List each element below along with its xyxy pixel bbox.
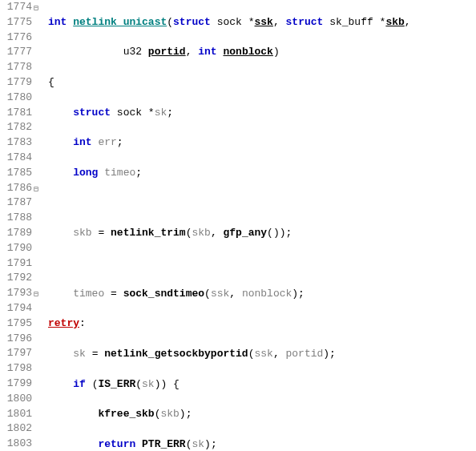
line-number: 1779 (0, 75, 32, 91)
line-number: 1787 (0, 195, 32, 211)
line-number: 1800 (0, 392, 32, 407)
fold-marker (34, 407, 45, 422)
code-line: int err; (48, 135, 476, 151)
call: gfp_any (223, 227, 267, 239)
code-line (48, 256, 476, 272)
line-number: 1783 (0, 135, 32, 151)
variable: nonblock (242, 288, 292, 300)
line-number: 1776 (0, 30, 32, 46)
code-line (48, 196, 476, 211)
variable: sk (73, 348, 86, 360)
keyword: struct (73, 107, 111, 119)
type-name: sock (217, 16, 242, 28)
fold-marker (34, 437, 45, 451)
fold-marker (34, 241, 45, 256)
keyword: struct (173, 16, 211, 28)
keyword: int (48, 16, 67, 28)
line-number: 1790 (0, 241, 32, 256)
line-number: 1785 (0, 166, 32, 181)
line-number: 1777 (0, 45, 32, 60)
code-content: int netlink_unicast(struct sock *ssk, st… (45, 0, 476, 451)
fold-marker (34, 361, 45, 377)
line-number: 1796 (0, 332, 32, 347)
line-number: 1781 (0, 106, 32, 121)
code-line: timeo = sock_sndtimeo(ssk, nonblock); (48, 287, 476, 302)
line-number: 1789 (0, 226, 32, 241)
code-line: if (IS_ERR(sk)) { (48, 377, 476, 393)
call: PTR_ERR (142, 438, 186, 450)
call: netlink_getsockbyportid (104, 348, 248, 360)
line-number: 1780 (0, 91, 32, 106)
param: nonblock (223, 46, 272, 58)
fold-icon[interactable]: ⊟ (34, 185, 38, 194)
fold-marker (34, 377, 45, 392)
param: portid (148, 46, 186, 58)
fold-column: ⊟ ⊟ ⊟ ⌊ (34, 0, 45, 451)
fold-marker[interactable]: ⊟ (34, 286, 45, 301)
fold-marker (34, 195, 45, 211)
line-number: 1782 (0, 120, 32, 135)
code-line: sk = netlink_getsockbyportid(ssk, portid… (48, 347, 476, 362)
fold-marker (34, 211, 45, 226)
call: IS_ERR (98, 378, 135, 390)
variable: portid (286, 348, 324, 360)
fold-marker[interactable]: ⊟ (34, 181, 45, 196)
variable: skb (160, 408, 179, 420)
variable: timeo (73, 288, 104, 300)
line-number: 1786 (0, 181, 32, 196)
variable: err (98, 136, 116, 148)
line-number: 1801 (0, 407, 32, 422)
keyword: return (98, 438, 135, 450)
code-editor: 1774177517761777177817791780178117821783… (0, 0, 476, 451)
line-number: 1784 (0, 151, 32, 166)
line-number: 1799 (0, 377, 32, 392)
fold-marker (34, 60, 45, 75)
line-number-gutter: 1774177517761777177817791780178117821783… (0, 0, 34, 451)
fold-marker (34, 316, 45, 332)
line-number: 1795 (0, 316, 32, 332)
line-number: 1775 (0, 15, 32, 30)
fold-marker (34, 91, 45, 106)
call: sock_sndtimeo (123, 288, 204, 300)
variable: timeo (104, 167, 135, 179)
fold-marker (34, 256, 45, 272)
fold-icon[interactable]: ⊟ (34, 290, 38, 299)
type-name: sock (117, 107, 142, 119)
keyword: int (73, 136, 91, 148)
param: skb (385, 16, 404, 28)
code-line: int netlink_unicast(struct sock *ssk, st… (48, 15, 476, 30)
variable: skb (192, 227, 210, 239)
line-number: 1803 (0, 437, 32, 451)
fold-marker (34, 45, 45, 60)
code-line: skb = netlink_trim(skb, gfp_any()); (48, 226, 476, 241)
fold-marker (34, 301, 45, 316)
code-line: struct sock *sk; (48, 106, 476, 121)
fold-marker (34, 271, 45, 286)
fold-marker (34, 135, 45, 151)
call: kfree_skb (98, 408, 154, 420)
code-line: long timeo; (48, 166, 476, 181)
line-number: 1793 (0, 286, 32, 301)
fold-marker (34, 226, 45, 241)
code-line: { (48, 75, 476, 91)
line-number: 1797 (0, 346, 32, 361)
fold-icon[interactable]: ⊟ (34, 4, 38, 13)
keyword: int (198, 46, 216, 58)
fold-marker (34, 346, 45, 361)
keyword: if (73, 378, 86, 390)
keyword: struct (286, 16, 324, 28)
line-number: 1792 (0, 271, 32, 286)
fold-marker (34, 106, 45, 121)
variable: skb (73, 227, 91, 239)
line-number: 1788 (0, 211, 32, 226)
call: netlink_trim (111, 227, 186, 239)
function-name: netlink_unicast (73, 16, 167, 28)
fold-marker[interactable]: ⊟ (34, 0, 45, 15)
line-number: 1802 (0, 421, 32, 437)
fold-marker (34, 392, 45, 407)
code-line: return PTR_ERR(sk); (48, 437, 476, 451)
fold-marker (34, 151, 45, 166)
variable: sk (142, 378, 155, 390)
code-line: u32 portid, int nonblock) (48, 45, 476, 60)
code-line: kfree_skb(skb); (48, 407, 476, 422)
